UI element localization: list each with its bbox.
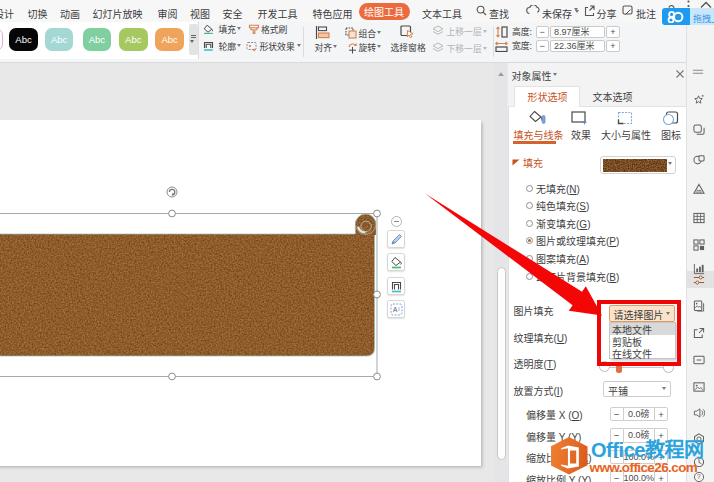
svg-text:A: A: [393, 306, 398, 313]
svg-text:?: ?: [697, 473, 701, 480]
